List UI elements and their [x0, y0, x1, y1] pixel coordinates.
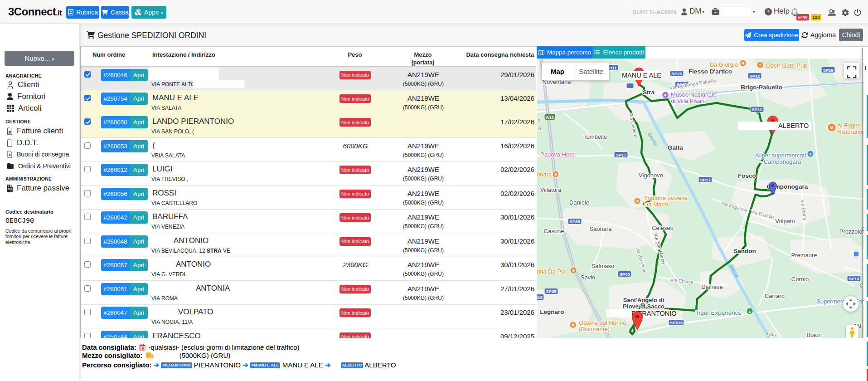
svg-text:Brigo-Paluello: Brigo-Paluello: [741, 84, 782, 91]
svg-text:SS516: SS516: [670, 320, 683, 325]
svg-text:Piove di Sacco: Piove di Sacco: [623, 303, 664, 310]
svg-text:SP17: SP17: [700, 177, 710, 182]
svg-text:Da Mario: Da Mario: [644, 201, 668, 208]
svg-text:Al Foghe: Al Foghe: [837, 122, 861, 129]
svg-text:Prozzolo: Prozzolo: [839, 228, 863, 235]
svg-text:(Ristorante): (Ristorante): [579, 326, 610, 332]
svg-text:Satellite: Satellite: [579, 68, 603, 75]
svg-text:Legnaro: Legnaro: [540, 308, 564, 315]
svg-text:Carraro: Carraro: [765, 293, 785, 299]
svg-text:Sant'Angelo di: Sant'Angelo di: [623, 297, 664, 303]
svg-text:Foscò: Foscò: [738, 172, 756, 179]
svg-text:Celeseo: Celeseo: [652, 225, 674, 231]
svg-text:SP12: SP12: [752, 107, 762, 112]
svg-text:⚙: ⚙: [635, 199, 639, 203]
svg-text:Stra: Stra: [643, 89, 655, 96]
svg-text:A13: A13: [546, 115, 553, 120]
svg-text:SP12: SP12: [749, 73, 760, 78]
svg-text:SP19: SP19: [823, 68, 833, 73]
svg-text:a: a: [538, 117, 541, 123]
svg-text:Da Giorgio: Da Giorgio: [710, 61, 738, 68]
svg-text:Tombelle: Tombelle: [583, 133, 607, 140]
svg-text:Padova Hotel: Padova Hotel: [540, 151, 576, 158]
svg-text:516: 516: [537, 295, 543, 300]
svg-text:Premaore: Premaore: [791, 252, 817, 259]
svg-text:Saonara: Saonara: [589, 225, 612, 232]
svg-text:⚙: ⚙: [741, 61, 744, 65]
svg-text:⚙: ⚙: [830, 126, 833, 130]
svg-text:SP35: SP35: [569, 219, 580, 224]
svg-text:ia: ia: [538, 126, 541, 131]
svg-text:Boion: Boion: [806, 332, 821, 338]
svg-text:Galta: Galta: [668, 144, 683, 151]
svg-text:⚙: ⚙: [571, 323, 574, 327]
svg-text:Y: Y: [759, 63, 761, 67]
svg-text:Casone: Casone: [544, 228, 564, 234]
svg-text:SP35: SP35: [546, 289, 557, 294]
svg-text:Salmaso: Salmaso: [592, 263, 615, 269]
svg-text:Volpato: Volpato: [775, 218, 795, 225]
svg-text:Dainese: Dainese: [701, 283, 723, 290]
svg-text:?: ?: [767, 10, 770, 14]
svg-text:- Camponogara: - Camponogara: [760, 158, 801, 165]
svg-text:Osteria dal Nonno: Osteria dal Nonno: [579, 319, 626, 326]
svg-text:Map: Map: [551, 68, 564, 75]
svg-text:Vigonovo: Vigonovo: [639, 172, 663, 179]
svg-text:ALBERTO: ALBERTO: [778, 122, 809, 129]
svg-text:Tiger Experience: Tiger Experience: [695, 309, 742, 316]
svg-text:Ristorante: Ristorante: [837, 128, 864, 135]
svg-text:Savio: Savio: [581, 274, 596, 281]
svg-text:Cornio: Cornio: [791, 276, 809, 283]
svg-text:Daniele: Daniele: [569, 199, 589, 206]
svg-text:SP17: SP17: [616, 152, 626, 157]
svg-text:Sandon: Sandon: [733, 248, 756, 254]
svg-text:oria Da Poi: oria Da Poi: [537, 268, 566, 275]
svg-text:Open Gate Pub: Open Gate Pub: [766, 62, 807, 69]
svg-text:SP25: SP25: [671, 71, 682, 76]
svg-text:Museo Nazionale: Museo Nazionale: [671, 91, 716, 98]
svg-text:Villatora: Villatora: [540, 186, 562, 193]
svg-text:●: ●: [810, 152, 812, 156]
svg-text:di Villa Pisani: di Villa Pisani: [671, 98, 706, 104]
svg-text:⚙: ⚙: [572, 269, 575, 273]
svg-text:onara: onara: [537, 171, 552, 178]
svg-text:■: ■: [664, 93, 667, 97]
svg-text:▲: ▲: [748, 310, 752, 314]
svg-text:⚙: ⚙: [554, 172, 557, 176]
svg-text:Trattoria pizzeria: Trattoria pizzeria: [644, 195, 688, 201]
svg-text:MANU E ALE: MANU E ALE: [622, 72, 661, 79]
svg-text:Fiesso D'artico: Fiesso D'artico: [689, 68, 732, 75]
svg-text:SP13: SP13: [849, 276, 859, 281]
svg-text:Aliper supermercati: Aliper supermercati: [755, 152, 806, 159]
svg-text:SP40: SP40: [619, 272, 630, 277]
